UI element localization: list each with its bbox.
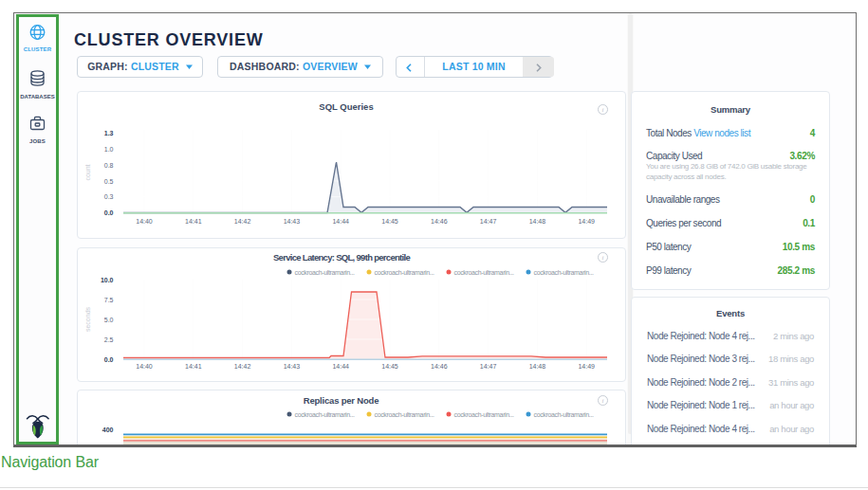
svg-text:0.3: 0.3	[104, 193, 114, 200]
svg-text:seconds: seconds	[84, 306, 91, 332]
svg-text:14:48: 14:48	[529, 363, 546, 370]
svg-text:400: 400	[102, 426, 114, 433]
svg-text:14:47: 14:47	[480, 363, 497, 370]
svg-text:cockroach-ultramarin...: cockroach-ultramarin...	[375, 411, 435, 418]
svg-text:count: count	[84, 164, 91, 180]
svg-text:14:41: 14:41	[185, 363, 202, 370]
svg-text:1.0: 1.0	[104, 146, 114, 153]
svg-text:14:47: 14:47	[480, 218, 497, 225]
svg-text:14:49: 14:49	[578, 363, 595, 370]
svg-text:14:48: 14:48	[529, 218, 546, 225]
svg-text:14:46: 14:46	[431, 363, 448, 370]
svg-text:cockroach-ultramarin...: cockroach-ultramarin...	[454, 411, 515, 418]
svg-text:10.0: 10.0	[101, 277, 114, 283]
svg-text:CLUSTER: CLUSTER	[24, 46, 52, 52]
svg-text:14:42: 14:42	[234, 218, 251, 225]
svg-text:0.0: 0.0	[104, 356, 114, 363]
svg-text:14:45: 14:45	[381, 218, 398, 225]
svg-text:0.8: 0.8	[104, 162, 114, 169]
svg-text:2.5: 2.5	[104, 336, 114, 343]
svg-text:14:41: 14:41	[185, 218, 202, 225]
svg-text:14:40: 14:40	[136, 363, 153, 370]
svg-text:14:40: 14:40	[136, 218, 153, 225]
svg-text:cockroach-ultramarin...: cockroach-ultramarin...	[375, 269, 435, 276]
svg-text:14:42: 14:42	[234, 363, 251, 370]
svg-text:1.3: 1.3	[104, 130, 114, 136]
svg-text:cockroach-ultramarin...: cockroach-ultramarin...	[534, 269, 595, 276]
svg-text:14:45: 14:45	[381, 363, 398, 370]
svg-text:JOBS: JOBS	[29, 138, 46, 144]
svg-text:7.5: 7.5	[104, 297, 114, 303]
svg-text:14:44: 14:44	[332, 218, 349, 225]
svg-text:cockroach-ultramarin...: cockroach-ultramarin...	[295, 411, 356, 418]
svg-text:cockroach-ultramarin...: cockroach-ultramarin...	[534, 411, 595, 418]
svg-text:14:43: 14:43	[284, 363, 301, 370]
svg-text:5.0: 5.0	[104, 317, 114, 323]
svg-text:DATABASES: DATABASES	[20, 94, 54, 100]
svg-text:cockroach-ultramarin...: cockroach-ultramarin...	[295, 269, 356, 276]
svg-text:14:49: 14:49	[578, 218, 595, 225]
svg-text:14:43: 14:43	[284, 218, 301, 225]
svg-text:cockroach-ultramarin...: cockroach-ultramarin...	[454, 269, 515, 276]
svg-text:14:46: 14:46	[431, 218, 448, 225]
svg-text:0.0: 0.0	[104, 209, 114, 216]
svg-text:14:44: 14:44	[332, 363, 349, 370]
svg-text:0.5: 0.5	[104, 178, 114, 185]
